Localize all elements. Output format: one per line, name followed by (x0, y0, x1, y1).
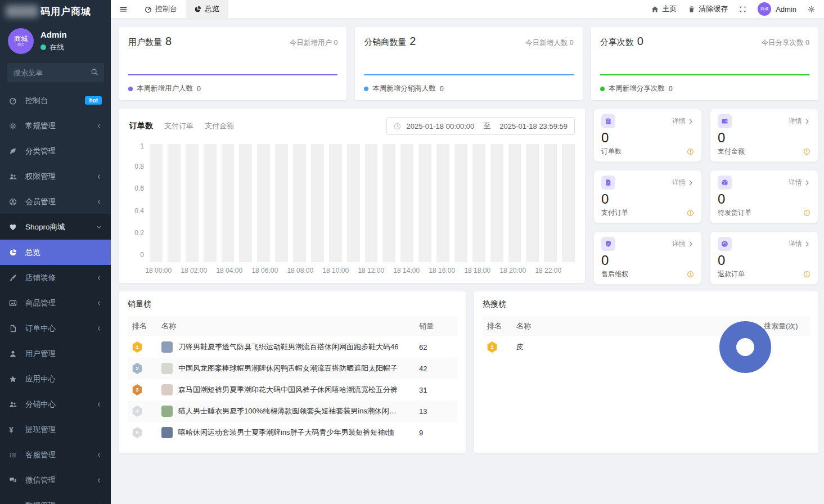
tile-label: 支付金额 (718, 147, 745, 156)
brand: 码用户商城 (0, 0, 111, 22)
gear-icon[interactable] (808, 6, 815, 13)
sales-value: 31 (415, 379, 457, 400)
column-header: 排名 (128, 316, 157, 336)
order-bar-chart[interactable]: 1 0.8 0.6 0.4 0.2 0 (129, 144, 575, 262)
main-content: 用户数量8 今日新增用户 0 本周新增用户人数0 分销商数量2 今日新增人数 0… (111, 19, 824, 504)
stat-value: 8 (165, 35, 172, 47)
detail-link[interactable]: 详情 (672, 239, 694, 249)
avatar-text: 商城 (14, 35, 28, 43)
chevron-left-icon (96, 402, 102, 407)
sidebar-item-user-manage[interactable]: 用户管理 (0, 341, 111, 366)
sidebar-item-category[interactable]: 分类管理 (0, 138, 111, 164)
sales-value: 13 (415, 400, 457, 422)
info-icon[interactable] (803, 148, 811, 155)
detail-link[interactable]: 详情 (789, 116, 811, 126)
info-icon[interactable] (803, 209, 811, 217)
menu-search-input[interactable] (7, 63, 104, 82)
sidebar-item-withdraw[interactable]: ¥ 提现管理 (0, 417, 111, 442)
hot-badge: hot (85, 96, 102, 105)
avatar: 商城 (758, 2, 771, 16)
tile-paid-orders: 详情 0 支付订单 (593, 170, 702, 223)
menu-search (7, 63, 104, 82)
sidebar-item-overview[interactable]: 总览 (0, 240, 111, 265)
date-range-picker[interactable]: 2025-01-18 00:00:00 至 2025-01-18 23:59:5… (386, 117, 575, 135)
date-start[interactable]: 2025-01-18 00:00:00 (407, 122, 475, 130)
sidebar-item-general[interactable]: 常规管理 (0, 113, 111, 138)
tab-console[interactable]: 控制台 (136, 0, 186, 18)
search-icon[interactable] (91, 68, 98, 76)
info-icon[interactable] (687, 148, 694, 155)
menu-toggle-icon[interactable] (111, 0, 136, 18)
table-row[interactable]: 4 猫人男士睡衣男夏季100%纯棉薄款圆领套头短袖套装男ins潮休闲运动... … (128, 400, 457, 422)
x-tick: 18 14:00 (389, 267, 424, 274)
sidebar-item-label: 会员管理 (25, 197, 56, 207)
detail-link[interactable]: 详情 (789, 178, 811, 187)
orders-row: 订单数 支付订单 支付金额 2025-01-18 00:00:00 至 2025… (119, 109, 818, 283)
sidebar-item-data[interactable]: 数据管理 (0, 493, 111, 504)
sidebar-item-member[interactable]: 会员管理 (0, 189, 111, 214)
table-row[interactable]: 2 中国风龙图案棒球帽男潮牌休闲鸭舌帽女潮流百搭防晒遮阳太阳帽子 42 (128, 358, 457, 379)
avatar[interactable]: 商城 · B2C · (8, 28, 34, 54)
chart-bar (472, 144, 485, 262)
chart-bar (186, 144, 199, 262)
app-title: 码用户商城 (40, 5, 91, 18)
sidebar-item-label: 商品管理 (25, 298, 56, 308)
table-row[interactable]: 3 森马国潮短裤男夏季潮印花大码中国风裤子休闲嘻哈潮流宽松五分裤 31 (128, 379, 457, 400)
sidebar-item-wechat[interactable]: 微信管理 (0, 467, 111, 493)
detail-link[interactable]: 详情 (789, 239, 811, 249)
info-icon[interactable] (687, 209, 694, 217)
star-icon (9, 375, 20, 383)
product-thumbnail (161, 427, 173, 438)
date-end[interactable]: 2025-01-18 23:59:59 (499, 122, 568, 130)
tab-paid-amount[interactable]: 支付金额 (205, 121, 234, 131)
y-axis: 1 0.8 0.6 0.4 0.2 0 (129, 144, 150, 262)
chevron-left-icon (96, 452, 102, 458)
hot-search-card: 热搜榜 排名 名称 搜索量(次) 1 皮 1 (474, 291, 818, 453)
sales-rank-table: 排名 名称 销量 1 刀锋男鞋夏季透气防臭飞织运动鞋男潮流百搭休闲网面跑步鞋大码… (128, 316, 457, 443)
brand-logo-redacted (6, 5, 38, 17)
chart-bar (544, 144, 557, 262)
tile-value: 0 (718, 191, 811, 207)
sidebar-item-customer-service[interactable]: 客服管理 (0, 442, 111, 467)
tile-paid-amount: 详情 0 支付金额 (710, 109, 818, 162)
sidebar-item-order-center[interactable]: 订单中心 (0, 316, 111, 341)
sidebar-item-label: 分销中心 (25, 399, 56, 410)
chevron-right-icon (804, 118, 811, 125)
hot-search-donut-chart[interactable] (719, 321, 771, 373)
chart-bar (400, 144, 413, 262)
home-label: 主页 (662, 4, 677, 14)
legend-dot (600, 87, 605, 91)
sidebar-item-distribution[interactable]: 分销中心 (0, 392, 111, 417)
clear-cache-button[interactable]: 清除缓存 (688, 4, 728, 14)
chart-bar (526, 144, 539, 262)
info-icon[interactable] (687, 271, 694, 278)
tab-overview[interactable]: 总览 (186, 0, 228, 18)
detail-link[interactable]: 详情 (672, 178, 694, 187)
sidebar-item-store-decoration[interactable]: 店铺装修 (0, 265, 111, 290)
sidebar-item-app-center[interactable]: 应用中心 (0, 366, 111, 392)
rank-badge: 1 (132, 341, 142, 353)
tile-label: 订单数 (601, 147, 622, 156)
table-row[interactable]: 5 嘻哈休闲运动套装男士夏季潮牌ins胖子大码青少年男装短裤短袖t恤 9 (128, 422, 457, 443)
tab-order-count[interactable]: 订单数 (129, 121, 153, 131)
sidebar-item-goods[interactable]: 商品管理 (0, 290, 111, 316)
dashboard-icon (9, 97, 20, 105)
sidebar-item-permission[interactable]: 权限管理 (0, 164, 111, 189)
home-link[interactable]: 主页 (651, 4, 677, 14)
detail-link[interactable]: 详情 (672, 116, 694, 126)
chart-bar (168, 144, 181, 262)
chevron-right-icon (687, 179, 694, 186)
tab-paid-orders[interactable]: 支付订单 (164, 121, 193, 131)
stat-card-distributors: 分销商数量2 今日新增人数 0 本周新增分销商人数0 (355, 27, 582, 100)
sidebar-item-shopro[interactable]: Shopro商城 (0, 214, 111, 240)
user-name: Admin (40, 30, 67, 39)
avatar-subtext: · B2C · (15, 43, 26, 47)
fullscreen-icon[interactable] (739, 6, 746, 13)
sidebar-item-console[interactable]: 控制台 hot (0, 88, 111, 113)
table-row[interactable]: 1 刀锋男鞋夏季透气防臭飞织运动鞋男潮流百搭休闲网面跑步鞋大码46 62 (128, 336, 457, 358)
sidebar-item-label: 提现管理 (25, 425, 56, 435)
y-tick: 1 (140, 142, 144, 150)
rank-badge: 3 (132, 384, 142, 395)
user-menu[interactable]: 商城 Admin (758, 2, 796, 16)
info-icon[interactable] (803, 271, 811, 278)
